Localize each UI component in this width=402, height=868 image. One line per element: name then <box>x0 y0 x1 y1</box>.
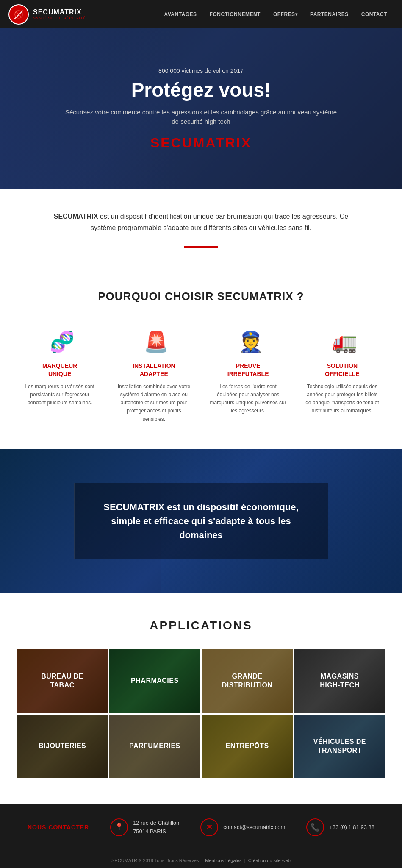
footer-email-icon: ✉ <box>200 818 218 836</box>
intro-rest: est un dispositif d'identification uniqu… <box>91 213 348 231</box>
installation-icon: 🚨 <box>140 328 167 356</box>
intro-text: SECUMATRIX est un dispositif d'identific… <box>42 211 360 234</box>
hero-subtitle: 800 000 victimes de vol en 2017 <box>61 67 341 74</box>
brand-tagline: SYSTÈME DE SÉCURITÉ <box>33 16 86 20</box>
app-tabac[interactable]: BUREAU DETABAC <box>17 649 108 713</box>
app-parfumeries-label: PARFUMERIES <box>129 742 180 751</box>
footer-phone-icon: 📞 <box>306 818 324 836</box>
footer-phone-item: 📞 +33 (0) 1 81 93 88 <box>306 818 374 836</box>
footer-address-item: 📍 12 rue de Châtillon 75014 PARIS <box>110 818 179 836</box>
hero-content: 800 000 victimes de vol en 2017 Protégez… <box>53 59 349 159</box>
hero-section: 800 000 victimes de vol en 2017 Protégez… <box>0 28 402 189</box>
app-entrepots[interactable]: ENTREPÔTS <box>202 715 293 778</box>
footer-copyright: SECUMATRIX 2019 Tous Droits Réservés <box>111 858 199 863</box>
nav-avantages[interactable]: AVANTAGES <box>158 0 203 28</box>
app-magasins[interactable]: MAGASINSHIGH-TECH <box>294 649 385 713</box>
feature-solution-desc: Technologie utilisée depuis des années p… <box>304 383 381 415</box>
app-pharmacies-label: PHARMACIES <box>131 676 179 685</box>
feature-preuve: 👮 PREUVEIRREFUTABLE Les forces de l'ordr… <box>205 324 291 427</box>
applications-title: APPLICATIONS <box>17 619 385 632</box>
app-entrepots-label: ENTREPÔTS <box>225 742 269 751</box>
footer-mentions-link[interactable]: Mentions Légales <box>205 858 241 863</box>
svg-text:🧬: 🧬 <box>50 330 73 354</box>
blue-banner-text: SECUMATRIX est un dispositif économique,… <box>100 500 302 542</box>
hero-description: Sécurisez votre commerce contre les agre… <box>61 108 341 127</box>
intro-brand: SECUMATRIX <box>54 213 98 220</box>
applications-section: APPLICATIONS BUREAU DETABAC PHARMACIES G… <box>0 593 402 804</box>
footer-email-item: ✉ contact@secumatrix.com <box>200 818 285 836</box>
why-section: POURQUOI CHOISIR SECUMATRIX ? 🧬 MARQUEUR… <box>0 269 402 448</box>
app-pharmacies[interactable]: PHARMACIES <box>109 649 200 713</box>
footer-phone-text: +33 (0) 1 81 93 88 <box>329 823 374 832</box>
feature-preuve-title: PREUVEIRREFUTABLE <box>210 362 287 377</box>
nav-fonctionnement[interactable]: FONCTIONNEMENT <box>203 0 267 28</box>
navbar: 🚫 SECUMATRIX SYSTÈME DE SÉCURITÉ AVANTAG… <box>0 0 402 28</box>
app-tabac-label: BUREAU DETABAC <box>41 672 83 690</box>
feature-marqueur: 🧬 MARQUEURUNIQUE Les marqueurs pulvérisé… <box>17 324 103 427</box>
app-magasins-label: MAGASINSHIGH-TECH <box>320 672 359 690</box>
nav-contact[interactable]: CONTACT <box>355 0 394 28</box>
feature-preuve-desc: Les forces de l'ordre sont équipées pour… <box>210 383 287 415</box>
footer-main: NOUS CONTACTER 📍 12 rue de Châtillon 750… <box>0 804 402 851</box>
app-bijouteries-label: BIJOUTERIES <box>39 742 86 751</box>
footer-location-icon: 📍 <box>110 818 128 836</box>
nav-partenaires[interactable]: PARTENAIRES <box>304 0 355 28</box>
app-vehicules[interactable]: VÉHICULES DETRANSPORT <box>294 715 385 778</box>
nav-links: AVANTAGES FONCTIONNEMENT OFFRES PARTENAI… <box>158 0 394 28</box>
feature-solution-title: SOLUTIONOFFICIELLE <box>304 362 381 377</box>
app-vehicules-label: VÉHICULES DETRANSPORT <box>313 737 366 755</box>
blue-banner-box: SECUMATRIX est un dispositif économique,… <box>74 483 328 559</box>
preuve-icon: 👮 <box>235 328 262 356</box>
logo-text: SECUMATRIX SYSTÈME DE SÉCURITÉ <box>33 8 86 20</box>
svg-text:👮: 👮 <box>238 330 262 354</box>
svg-text:🚨: 🚨 <box>144 330 167 354</box>
marqueur-icon: 🧬 <box>46 328 73 356</box>
brand-name: SECUMATRIX <box>33 8 86 16</box>
logo-no-symbol: 🚫 <box>14 11 23 18</box>
feature-solution: 🚛 SOLUTIONOFFICIELLE Technologie utilisé… <box>299 324 385 427</box>
feature-marqueur-desc: Les marqueurs pulvérisés sont persistant… <box>21 383 98 407</box>
footer-contact-label: NOUS CONTACTER <box>28 823 89 831</box>
app-grande-label: GRANDEDISTRIBUTION <box>222 672 273 690</box>
intro-section: SECUMATRIX est un dispositif d'identific… <box>0 189 402 269</box>
svg-text:🚛: 🚛 <box>332 330 356 354</box>
footer-email-text: contact@secumatrix.com <box>223 823 285 832</box>
feature-installation-desc: Installation combinée avec votre système… <box>115 383 192 423</box>
features-grid: 🧬 MARQUEURUNIQUE Les marqueurs pulvérisé… <box>17 324 385 427</box>
hero-brand: SECUMATRIX <box>61 135 341 151</box>
app-parfumeries[interactable]: PARFUMERIES <box>109 715 200 778</box>
why-title: POURQUOI CHOISIR SECUMATRIX ? <box>17 290 385 303</box>
footer-address-text: 12 rue de Châtillon 75014 PARIS <box>133 819 179 835</box>
intro-divider <box>184 246 218 248</box>
app-bijouteries[interactable]: BIJOUTERIES <box>17 715 108 778</box>
logo-icon: 🚫 <box>8 4 29 25</box>
feature-installation-title: INSTALLATIONADAPTEE <box>115 362 192 377</box>
logo[interactable]: 🚫 SECUMATRIX SYSTÈME DE SÉCURITÉ <box>8 4 86 25</box>
apps-grid: BUREAU DETABAC PHARMACIES GRANDEDISTRIBU… <box>17 649 385 778</box>
hero-title: Protégez vous! <box>61 78 341 101</box>
nav-offres[interactable]: OFFRES <box>267 0 304 28</box>
app-grande[interactable]: GRANDEDISTRIBUTION <box>202 649 293 713</box>
feature-marqueur-title: MARQUEURUNIQUE <box>21 362 98 377</box>
blue-banner-section: SECUMATRIX est un dispositif économique,… <box>0 449 402 593</box>
footer: NOUS CONTACTER 📍 12 rue de Châtillon 750… <box>0 804 402 868</box>
footer-creation-link[interactable]: Création du site web <box>248 858 291 863</box>
solution-icon: 🚛 <box>329 328 356 356</box>
feature-installation: 🚨 INSTALLATIONADAPTEE Installation combi… <box>111 324 197 427</box>
footer-bottom: SECUMATRIX 2019 Tous Droits Réservés | M… <box>0 851 402 868</box>
